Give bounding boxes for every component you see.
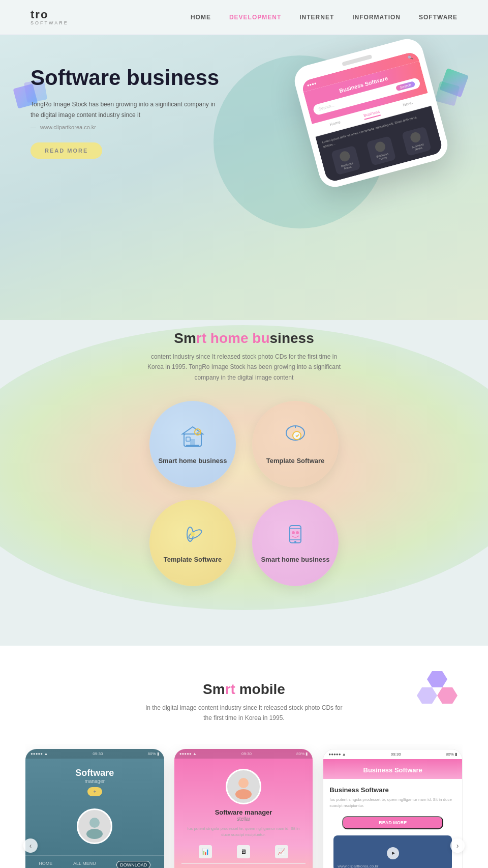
oval-band-section: Smrt home business content Industry sinc… xyxy=(0,300,488,646)
card3-thumbnail-url: www.clipartkorea.co.kr xyxy=(338,864,378,868)
phone-search-button[interactable]: Search xyxy=(395,81,416,92)
card3-content-title: Business Software xyxy=(329,786,456,794)
card3-text: Ius putent singula prodesset te, quem ng… xyxy=(329,797,456,809)
phone-cards-container: ‹ ●●●●● ▲ 09:30 80% ▮ Software manager + xyxy=(25,744,463,868)
phone-icon-circle-1 xyxy=(339,150,351,162)
card1-status-time: 09:30 xyxy=(93,751,103,756)
phone-nav-home[interactable]: Home xyxy=(329,120,342,129)
svg-point-11 xyxy=(293,431,301,440)
phone-icon-2: Business News xyxy=(367,136,396,166)
phone-card-1: ●●●●● ▲ 09:30 80% ▮ Software manager + xyxy=(25,749,164,868)
hero-read-more-button[interactable]: READ MORE xyxy=(30,142,102,159)
svg-marker-23 xyxy=(417,687,437,704)
feature-item-2[interactable]: Template Software xyxy=(252,401,339,487)
phone-status-left: ●●●● xyxy=(307,81,317,88)
svg-point-13 xyxy=(188,528,203,540)
feature-icon-3 xyxy=(180,522,205,552)
smart-mobile-desc: in the digital image content industry si… xyxy=(142,703,346,724)
card3-content: Business Software Ius putent singula pro… xyxy=(323,779,462,868)
svg-point-20 xyxy=(296,531,299,534)
card3-status-time: 09:30 xyxy=(391,752,401,757)
card1-subtitle: manager xyxy=(33,778,157,784)
avatar-icon xyxy=(82,814,107,839)
feature-grid: Smart home business Template Software xyxy=(127,401,361,586)
nav-development[interactable]: DEVELOPMENT xyxy=(229,14,281,21)
hex-decorations xyxy=(396,666,458,719)
cube-right-icon xyxy=(432,66,478,111)
card2-icon-1: 📊 xyxy=(199,845,212,858)
svg-point-19 xyxy=(292,531,295,534)
phone-cards: ●●●●● ▲ 09:30 80% ▮ Software manager + xyxy=(25,744,463,868)
card3-header-title: Business Software xyxy=(328,766,457,774)
nav-internet[interactable]: INTERNET xyxy=(299,14,334,21)
phone-status-right: 🔍 xyxy=(408,55,414,61)
hero-url: www.clipartkorea.co.kr xyxy=(30,124,224,130)
svg-rect-8 xyxy=(186,437,190,441)
feature-icon-4 xyxy=(283,522,308,552)
carousel-arrow-right[interactable]: › xyxy=(450,838,465,853)
phone-icon-circle-2 xyxy=(374,140,386,153)
card2-icon-3: 📈 xyxy=(275,845,288,858)
card2-status: ●●●●● ▲ 09:30 80% ▮ xyxy=(174,749,313,759)
card3-readmore-btn[interactable]: READ MORE xyxy=(342,816,443,829)
phone-search-placeholder: Search... xyxy=(318,103,335,111)
svg-rect-15 xyxy=(290,526,301,543)
svg-point-18 xyxy=(294,541,296,543)
card1-status: ●●●●● ▲ 09:30 80% ▮ xyxy=(25,749,164,759)
feature-item-3[interactable]: Template Software xyxy=(149,500,236,586)
card2-readmore[interactable]: READ MORE xyxy=(181,863,306,868)
card2-status-time: 09:30 xyxy=(241,751,252,756)
phone-nav-news[interactable]: News xyxy=(402,100,414,109)
phone-icon-label-2: Business News xyxy=(372,151,393,162)
mobile-title-accent: rt xyxy=(225,681,235,697)
svg-point-24 xyxy=(89,818,100,828)
card1-title: Software xyxy=(33,768,157,778)
feature-icon-1 xyxy=(180,423,205,453)
card1-avatar-area xyxy=(25,801,164,855)
phone-cards-wrapper: ‹ ●●●●● ▲ 09:30 80% ▮ Software manager + xyxy=(25,744,463,868)
smart-home-title: Smrt home business xyxy=(0,330,488,346)
card1-nav-home[interactable]: HOME xyxy=(39,861,52,868)
feature-icon-2 xyxy=(283,423,308,453)
card1-bottom-nav: HOME ALL MENU DOWNLOAD xyxy=(25,855,164,868)
feature-label-2: Template Software xyxy=(266,457,325,466)
card1-status-right: 80% ▮ xyxy=(147,751,159,756)
nav-home[interactable]: HOME xyxy=(191,14,211,21)
card3-play-btn[interactable] xyxy=(387,847,399,859)
card1-nav-menu[interactable]: ALL MENU xyxy=(73,861,96,868)
feature-item-4[interactable]: Smart home business xyxy=(252,500,339,586)
svg-point-26 xyxy=(238,778,249,788)
feature-item-1[interactable]: Smart home business xyxy=(149,401,236,487)
mobile-title-part1: Sm xyxy=(203,681,225,697)
svg-point-14 xyxy=(191,532,195,536)
card1-nav-download[interactable]: DOWNLOAD xyxy=(116,861,150,868)
nav-software[interactable]: SOFTWARE xyxy=(419,14,458,21)
svg-marker-21 xyxy=(427,671,447,687)
card1-plus-btn[interactable]: + xyxy=(87,787,102,796)
feature-label-1: Smart home business xyxy=(158,457,227,466)
phone-nav-business[interactable]: Business xyxy=(363,109,381,120)
phone-icon-circle-3 xyxy=(409,131,421,143)
hero-section: Software business TongRo Image Stock has… xyxy=(0,35,488,320)
card2-icon-2: 🖥 xyxy=(237,845,250,858)
phone-icon-3: Business News xyxy=(402,126,432,156)
card3-status-left: ●●●●● ▲ xyxy=(328,752,346,757)
nav-information[interactable]: INFORMATION xyxy=(352,14,401,21)
phone-card-3: ●●●●● ▲ 09:30 80% ▮ Business Software Bu… xyxy=(323,749,463,868)
feature-label-4: Smart home business xyxy=(261,556,329,564)
smart-mobile-section: Smrt mobile in the digital image content… xyxy=(0,646,488,868)
carousel-arrow-left[interactable]: ‹ xyxy=(23,838,38,853)
hero-deco-right xyxy=(432,66,478,113)
svg-point-25 xyxy=(86,829,103,839)
smart-home-desc: content Industry since It released stock… xyxy=(142,352,346,383)
card2-role: stellar xyxy=(181,816,306,822)
smart-home-section: Smrt home business content Industry sinc… xyxy=(0,300,488,586)
hero-content: Software business TongRo Image Stock has… xyxy=(30,66,224,159)
card2-name: Software manager xyxy=(181,808,306,816)
header: tro SOFTWARE HOME DEVELOPMENT INTERNET I… xyxy=(0,0,488,35)
phone-icon-1: Business News xyxy=(331,146,361,176)
phone-card-2: ●●●●● ▲ 09:30 80% ▮ Software manager ste xyxy=(174,749,313,868)
card3-thumbnail: www.clipartkorea.co.kr xyxy=(333,835,452,868)
card2-profile-area: Software manager stellar Ius putent sing… xyxy=(174,759,313,868)
phone-screen: ●●●● 🔍 Business Software Search... Searc… xyxy=(300,51,443,183)
